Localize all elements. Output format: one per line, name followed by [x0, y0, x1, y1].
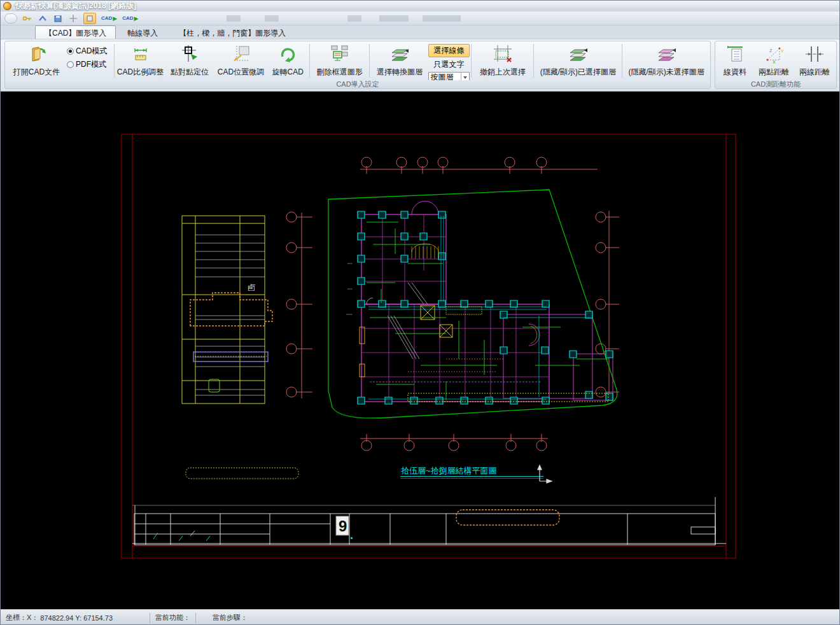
disabled-tool-icon	[265, 15, 279, 22]
revision-cloud-orange	[456, 510, 559, 525]
line-data-button[interactable]: 線資料	[717, 42, 753, 80]
layers-green-icon	[389, 44, 410, 67]
ribbon-separator	[309, 44, 310, 78]
group-caption: CAD測距離功能	[715, 80, 836, 88]
cad-scale-adjust-button[interactable]: CAD比例調整	[116, 42, 165, 80]
disabled-tool-icon	[347, 15, 361, 22]
drawing-title-text: 拾伍層~拾捌層結構平面圖	[401, 466, 497, 475]
coord-y-label: Y:	[75, 614, 81, 622]
menu-orb-button[interactable]	[4, 13, 17, 24]
columns-cyan	[358, 211, 613, 404]
disabled-tool-icon	[379, 15, 409, 22]
line-data-icon	[725, 44, 745, 67]
selection-options: 選擇線條 只選文字 按圖層	[428, 42, 470, 80]
open-cad-file-button[interactable]: 打開CAD文件	[6, 42, 67, 80]
group-cad-import-settings: 打開CAD文件 CAD模式 PDF模式 CAD比例調整	[4, 41, 711, 89]
cad-viewport[interactable]: 卣	[1, 92, 840, 609]
two-line-distance-button[interactable]: 兩線距離	[794, 42, 835, 80]
title-bar: 快易新快算(漢源資訊)2018 [網絡版]	[1, 1, 839, 11]
nudge-box-icon	[231, 44, 251, 67]
radio-selected-icon	[67, 48, 74, 55]
select-lines-toggle[interactable]: 選擇線條	[428, 44, 470, 57]
pdf-mode-radio[interactable]: PDF模式	[67, 59, 113, 70]
north-arrow-icon	[538, 465, 552, 483]
toggle-selected-layers-button[interactable]: (隱藏/顯示)已選擇圖層	[535, 42, 620, 80]
svg-text:X: X	[773, 60, 776, 64]
mode-radio-group: CAD模式 PDF模式	[67, 42, 113, 80]
only-text-toggle[interactable]: 只選文字	[428, 59, 470, 71]
ribbon-separator	[622, 44, 622, 78]
open-folder-icon	[26, 44, 48, 67]
coordinates-readout: 坐標：X： 874822.94 Y: 67154.73	[1, 613, 118, 622]
point-snap-icon	[179, 44, 200, 67]
details-yellow	[360, 244, 608, 402]
cad-drawing: 卣	[1, 92, 840, 609]
layers-selected-green-icon	[567, 44, 589, 67]
home-icon[interactable]	[38, 13, 48, 24]
tab-column-beam-wall-import[interactable]: 【柱，樑，牆，門窗】圖形導入	[169, 25, 295, 39]
group-caption: CAD導入設定	[5, 80, 710, 88]
ribbon-tab-strip: 【CAD】圖形導入 軸線導入 【柱，樑，牆，門窗】圖形導入	[1, 25, 839, 39]
floor-plan	[346, 201, 613, 404]
undo-last-selection-button[interactable]: 撤銷上次選擇	[473, 42, 532, 80]
app-logo-icon	[3, 2, 11, 10]
toggle-unselected-layers-button[interactable]: (隱藏/顯示)未選擇圖層	[624, 42, 709, 80]
disabled-tool-icon	[227, 15, 241, 22]
delete-boxed-graphics-button[interactable]: 刪除框選圖形	[311, 42, 368, 80]
save-icon[interactable]	[53, 13, 63, 24]
status-bar: 坐標：X： 874822.94 Y: 67154.73 當前功能： 當前步驟：	[1, 609, 839, 625]
mark-green-box	[209, 379, 220, 392]
tab-axis-import[interactable]: 軸線導入	[118, 25, 167, 39]
cad-position-nudge-button[interactable]: CAD位置微調	[214, 42, 267, 80]
quick-access-toolbar: CAD▶ CAD▶	[1, 11, 839, 25]
window-title: 快易新快算(漢源資訊)2018 [網絡版]	[15, 1, 136, 11]
title-block: 9	[132, 497, 726, 545]
two-point-distance-button[interactable]: ZYX 兩點距離	[753, 42, 794, 80]
stamp-glyph: 卣	[248, 283, 255, 292]
ruler-scale-icon	[130, 44, 151, 67]
point-to-point-button[interactable]: 點對點定位	[165, 42, 214, 80]
cad-import-icon[interactable]: CAD▶	[101, 13, 117, 24]
application-window: 快易新快算(漢源資訊)2018 [網絡版] CAD▶ CAD▶ 【CAD】圖形導…	[0, 0, 840, 625]
drawing-title: 拾伍層~拾捌層結構平面圖	[400, 465, 552, 483]
ribbon: 打開CAD文件 CAD模式 PDF模式 CAD比例調整	[1, 39, 839, 92]
rotate-cad-button[interactable]: 旋轉CAD	[267, 42, 308, 80]
ribbon-separator	[533, 44, 534, 78]
ribbon-separator	[369, 44, 370, 78]
revision-cloud-yellow	[186, 468, 298, 479]
cad-mode-radio[interactable]: CAD模式	[67, 46, 113, 57]
coords-label: 坐標：X：	[6, 613, 38, 622]
current-step: 當前步驟：	[207, 613, 253, 622]
svg-text:Z: Z	[769, 48, 773, 53]
select-convert-layer-button[interactable]: 選擇轉換圖層	[371, 42, 428, 80]
elevation-table: 卣	[182, 216, 272, 404]
ribbon-separator	[114, 44, 115, 78]
group-cad-measure: 線資料 ZYX 兩點距離 兩線距離 CAD測距離功能	[715, 41, 837, 89]
active-tool-icon[interactable]	[83, 13, 96, 24]
partitions-green	[367, 222, 608, 400]
current-function: 當前功能：	[150, 613, 195, 622]
coord-y-value: 67154.73	[83, 614, 113, 622]
rotate-arrow-icon	[277, 44, 298, 67]
axis-cross-icon[interactable]	[68, 13, 78, 24]
revision-cloud	[190, 293, 272, 326]
status-separator	[195, 613, 196, 623]
delete-selection-icon	[329, 44, 351, 67]
cad-import-icon-2[interactable]: CAD▶	[122, 13, 138, 24]
coord-x-value: 874822.94	[40, 614, 73, 622]
radio-unselected-icon	[67, 61, 74, 68]
svg-text:Y: Y	[781, 49, 784, 53]
key-icon[interactable]	[22, 13, 32, 24]
disabled-tool-icon	[423, 15, 461, 22]
company-logo-glyph: 9	[339, 517, 347, 535]
tab-cad-import[interactable]: 【CAD】圖形導入	[35, 25, 116, 39]
ribbon-separator	[471, 44, 472, 78]
layers-unselected-pink-icon	[655, 44, 677, 67]
undo-grid-icon	[492, 44, 514, 67]
parallel-lines-icon	[804, 44, 825, 67]
triangle-distance-icon: ZYX	[764, 44, 784, 67]
